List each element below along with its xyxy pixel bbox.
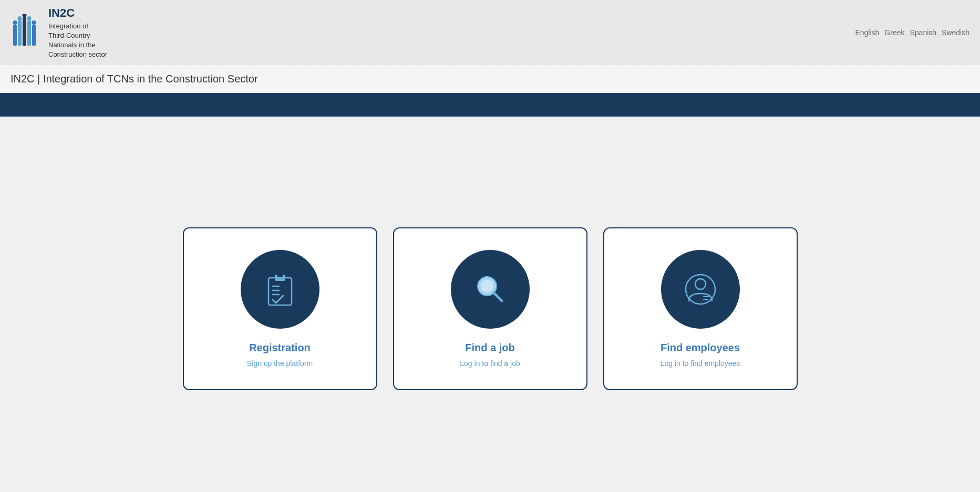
find-employees-card-subtitle: Log in to find employees — [661, 359, 740, 368]
svg-rect-12 — [277, 274, 283, 277]
svg-point-6 — [18, 16, 22, 20]
find-job-card-title: Find a job — [465, 342, 514, 354]
site-title: IN2C | Integration of TCNs in the Constr… — [0, 65, 980, 93]
lang-spanish[interactable]: Spanish — [910, 28, 936, 37]
registration-card[interactable]: Registration Sign up the platform — [183, 227, 377, 390]
svg-point-5 — [13, 20, 17, 25]
lang-english[interactable]: English — [855, 28, 879, 37]
find-a-job-card[interactable]: Find a job Log in to find a job — [393, 227, 587, 390]
cards-container: Registration Sign up the platform Find a… — [183, 227, 798, 390]
svg-point-9 — [32, 20, 36, 25]
search-icon — [469, 268, 511, 310]
registration-card-title: Registration — [249, 342, 311, 354]
svg-rect-1 — [18, 20, 22, 46]
registration-card-subtitle: Sign up the platform — [247, 359, 313, 368]
svg-point-7 — [23, 14, 27, 17]
svg-point-17 — [481, 280, 493, 292]
person-icon — [679, 268, 721, 310]
logo-text: IN2C Integration of Third-Country Nation… — [48, 5, 107, 60]
language-switcher: English Greek Spanish Swedish — [855, 28, 969, 37]
find-employees-icon-circle — [661, 250, 740, 329]
logo-acronym: IN2C — [48, 5, 107, 22]
find-job-icon-circle — [451, 250, 530, 329]
nav-bar — [0, 93, 980, 117]
svg-line-18 — [494, 293, 502, 301]
svg-point-8 — [27, 16, 32, 20]
registration-icon-circle — [241, 250, 319, 329]
svg-rect-0 — [13, 25, 17, 46]
svg-point-20 — [695, 279, 706, 289]
page-header: IN2C Integration of Third-Country Nation… — [0, 0, 980, 65]
find-job-card-subtitle: Log in to find a job — [460, 359, 520, 368]
svg-rect-2 — [23, 17, 26, 46]
logo-area: IN2C Integration of Third-Country Nation… — [11, 5, 107, 60]
lang-greek[interactable]: Greek — [884, 28, 904, 37]
svg-rect-3 — [27, 20, 31, 46]
clipboard-icon — [259, 268, 301, 310]
find-employees-card[interactable]: Find employees Log in to find employees — [603, 227, 798, 390]
lang-swedish[interactable]: Swedish — [942, 28, 969, 37]
find-employees-card-title: Find employees — [661, 342, 740, 354]
svg-rect-10 — [269, 278, 292, 305]
logo-icon — [11, 14, 42, 51]
main-content: Registration Sign up the platform Find a… — [0, 117, 980, 492]
svg-rect-4 — [32, 25, 36, 46]
